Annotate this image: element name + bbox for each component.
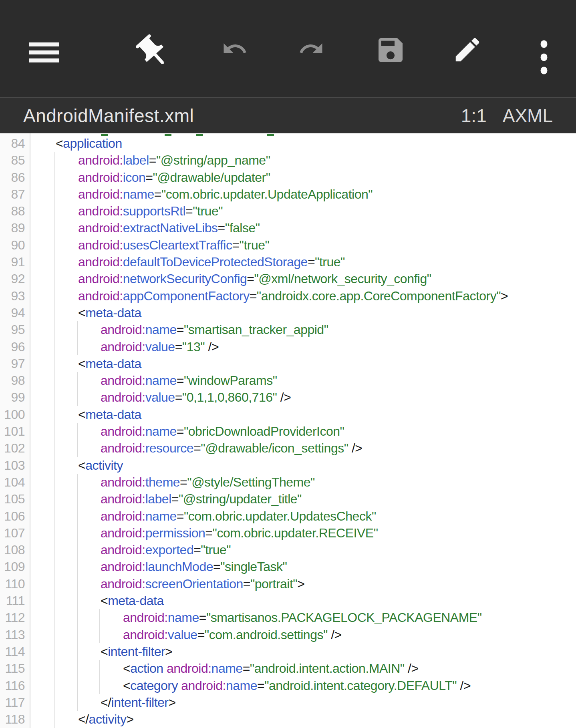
line-number: 100 bbox=[0, 406, 25, 423]
line-number: 113 bbox=[0, 626, 25, 643]
code-line[interactable]: 108android:exported="true" bbox=[0, 541, 576, 558]
code-line[interactable]: 97<meta-data bbox=[0, 355, 576, 372]
code-line[interactable]: 86android:icon="@drawable/updater" bbox=[0, 169, 576, 186]
line-number: 101 bbox=[0, 423, 25, 440]
code-line[interactable]: 114<intent-filter> bbox=[0, 643, 576, 660]
code-line[interactable]: 117</intent-filter> bbox=[0, 694, 576, 711]
code-line[interactable]: 87android:name="com.obric.updater.Update… bbox=[0, 186, 576, 203]
line-number: 112 bbox=[0, 609, 25, 626]
line-number: 109 bbox=[0, 558, 25, 575]
line-number: 88 bbox=[0, 203, 25, 219]
code-line[interactable]: 109android:launchMode="singleTask" bbox=[0, 558, 576, 575]
code-line[interactable]: 91android:defaultToDeviceProtectedStorag… bbox=[0, 253, 576, 270]
title-bar: AndroidManifest.xml 1:1 AXML bbox=[0, 97, 576, 133]
line-number: 93 bbox=[0, 288, 25, 304]
line-number: 116 bbox=[0, 677, 25, 694]
code-line[interactable]: 99android:value="0,1,1,0,860,716" /> bbox=[0, 389, 576, 406]
line-number: 95 bbox=[0, 321, 25, 338]
line-number: 104 bbox=[0, 474, 25, 491]
line-number: 114 bbox=[0, 643, 25, 660]
line-number: 102 bbox=[0, 440, 25, 457]
code-line[interactable]: 84<application bbox=[0, 135, 576, 152]
line-number: 84 bbox=[0, 135, 25, 152]
toolbar bbox=[0, 0, 576, 97]
file-type-badge[interactable]: AXML bbox=[503, 105, 553, 127]
code-lines: 84<application85android:label="@string/a… bbox=[0, 135, 576, 728]
overflow-icon[interactable] bbox=[540, 39, 548, 75]
code-line[interactable]: 112android:name="smartisanos.PACKAGELOCK… bbox=[0, 609, 576, 626]
code-line[interactable]: 116<category android:name="android.inten… bbox=[0, 677, 576, 694]
menu-icon[interactable] bbox=[29, 42, 59, 62]
code-editor[interactable]: 84<application85android:label="@string/a… bbox=[0, 133, 576, 728]
line-number: 107 bbox=[0, 525, 25, 541]
code-line[interactable]: 94<meta-data bbox=[0, 304, 576, 321]
line-number: 96 bbox=[0, 338, 25, 355]
line-number: 118 bbox=[0, 711, 25, 728]
line-number: 87 bbox=[0, 186, 25, 203]
line-number: 86 bbox=[0, 169, 25, 186]
line-number: 110 bbox=[0, 575, 25, 592]
line-number: 90 bbox=[0, 237, 25, 253]
code-line[interactable]: 96android:value="13" /> bbox=[0, 338, 576, 355]
code-line[interactable]: 92android:networkSecurityConfig="@xml/ne… bbox=[0, 270, 576, 287]
cursor-position[interactable]: 1:1 bbox=[461, 105, 487, 127]
save-icon[interactable] bbox=[375, 34, 407, 66]
code-line[interactable]: 95android:name="smartisan_tracker_appid" bbox=[0, 321, 576, 338]
line-number: 97 bbox=[0, 355, 25, 372]
line-number: 106 bbox=[0, 508, 25, 525]
pin-icon[interactable] bbox=[134, 33, 172, 71]
code-line[interactable]: 93android:appComponentFactory="androidx.… bbox=[0, 288, 576, 304]
file-name: AndroidManifest.xml bbox=[23, 105, 194, 127]
line-number: 108 bbox=[0, 541, 25, 558]
line-number: 91 bbox=[0, 253, 25, 270]
code-line[interactable]: 104android:theme="@style/SettingTheme" bbox=[0, 474, 576, 491]
code-line[interactable]: 111<meta-data bbox=[0, 592, 576, 609]
code-line[interactable]: 88android:supportsRtl="true" bbox=[0, 203, 576, 219]
undo-icon[interactable] bbox=[220, 36, 249, 62]
line-number: 111 bbox=[0, 592, 25, 609]
code-line[interactable]: 100<meta-data bbox=[0, 406, 576, 423]
line-number: 115 bbox=[0, 660, 25, 677]
code-line[interactable]: 89android:extractNativeLibs="false" bbox=[0, 219, 576, 236]
code-line[interactable]: 85android:label="@string/app_name" bbox=[0, 152, 576, 169]
line-number: 105 bbox=[0, 491, 25, 507]
code-line[interactable]: 110android:screenOrientation="portrait"> bbox=[0, 575, 576, 592]
line-number: 94 bbox=[0, 304, 25, 321]
code-line[interactable]: 118</activity> bbox=[0, 711, 576, 728]
line-number: 89 bbox=[0, 219, 25, 236]
line-number: 99 bbox=[0, 389, 25, 406]
code-line[interactable]: 105android:label="@string/updater_title" bbox=[0, 491, 576, 507]
line-number: 85 bbox=[0, 152, 25, 169]
code-line[interactable]: 115<action android:name="android.intent.… bbox=[0, 660, 576, 677]
line-number: 92 bbox=[0, 270, 25, 287]
code-line[interactable]: 101android:name="obricDownloadProviderIc… bbox=[0, 423, 576, 440]
code-line[interactable]: 98android:name="windowParams" bbox=[0, 372, 576, 389]
redo-icon[interactable] bbox=[297, 36, 326, 62]
code-line[interactable]: 103<activity bbox=[0, 457, 576, 474]
code-line[interactable]: 90android:usesCleartextTraffic="true" bbox=[0, 237, 576, 253]
code-line[interactable]: 113android:value="com.android.settings" … bbox=[0, 626, 576, 643]
line-number: 117 bbox=[0, 694, 25, 711]
code-line[interactable]: 107android:permission="com.obric.updater… bbox=[0, 525, 576, 541]
line-number: 103 bbox=[0, 457, 25, 474]
code-line[interactable]: 106android:name="com.obric.updater.Updat… bbox=[0, 508, 576, 525]
code-line[interactable]: 102android:resource="@drawable/icon_sett… bbox=[0, 440, 576, 457]
edit-icon[interactable] bbox=[452, 34, 483, 65]
line-number: 98 bbox=[0, 372, 25, 389]
